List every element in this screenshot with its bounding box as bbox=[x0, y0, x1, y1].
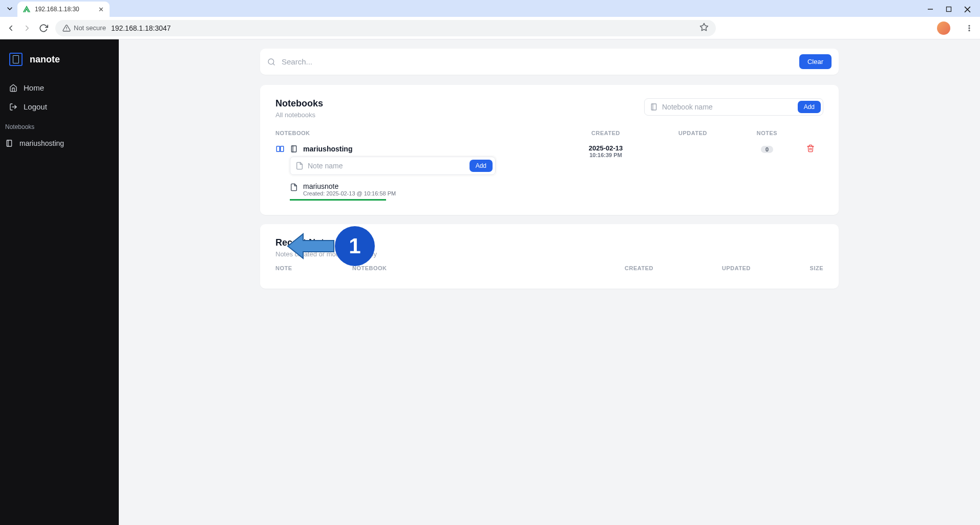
svg-rect-19 bbox=[291, 146, 296, 152]
home-icon bbox=[9, 84, 17, 92]
col-notes: NOTES bbox=[736, 130, 798, 136]
nav-home[interactable]: Home bbox=[0, 78, 119, 97]
tab-dropdown-icon[interactable] bbox=[5, 4, 14, 13]
notebook-icon bbox=[5, 139, 13, 147]
nav-home-label: Home bbox=[24, 83, 44, 92]
col-created: CREATED bbox=[588, 265, 690, 271]
rename-icon[interactable] bbox=[275, 144, 285, 154]
svg-marker-6 bbox=[700, 24, 708, 31]
svg-point-7 bbox=[969, 25, 970, 26]
svg-rect-17 bbox=[276, 146, 280, 152]
note-meta: Created: 2025-02-13 @ 10:16:58 PM bbox=[303, 190, 396, 196]
created-date: 2025-02-13 bbox=[562, 144, 649, 152]
window-controls bbox=[927, 6, 980, 17]
browser-toolbar: Not secure 192.168.1.18:3047 bbox=[0, 17, 980, 39]
note-item[interactable]: mariusnote Created: 2025-02-13 @ 10:16:5… bbox=[290, 182, 562, 196]
search-input[interactable] bbox=[282, 57, 793, 66]
sidebar-notebook-item[interactable]: mariushosting bbox=[0, 135, 119, 152]
user-avatar[interactable] bbox=[937, 21, 950, 35]
search-clear-button[interactable]: Clear bbox=[799, 54, 832, 69]
not-secure-badge: Not secure bbox=[62, 24, 106, 32]
notebook-icon bbox=[290, 145, 298, 153]
window-close-icon[interactable] bbox=[964, 6, 971, 13]
add-note-input[interactable] bbox=[308, 162, 465, 170]
nav-logout-label: Logout bbox=[24, 102, 47, 111]
col-updated: UPDATED bbox=[649, 130, 736, 136]
note-name: mariusnote bbox=[303, 182, 396, 190]
col-notebook: NOTEBOOK bbox=[275, 130, 562, 136]
search-card: Clear bbox=[260, 49, 839, 75]
notebook-icon bbox=[650, 103, 658, 111]
add-notebook-button[interactable]: Add bbox=[798, 101, 821, 113]
col-size: SIZE bbox=[782, 265, 823, 271]
app-root: nanote Home Logout Notebooks mariushosti… bbox=[0, 39, 980, 525]
notebook-created: 2025-02-13 10:16:39 PM bbox=[562, 144, 649, 158]
browser-reload-icon[interactable] bbox=[39, 24, 48, 33]
notebook-row: mariushosting Add mariusnote Created: 20… bbox=[275, 141, 823, 200]
recent-notes-panel: Recent Notes Notes created or modified r… bbox=[260, 224, 839, 289]
browser-back-icon[interactable] bbox=[6, 24, 15, 33]
svg-rect-15 bbox=[651, 104, 656, 110]
svg-line-14 bbox=[273, 63, 274, 65]
svg-rect-18 bbox=[281, 146, 284, 152]
svg-point-9 bbox=[969, 30, 970, 31]
tab-favicon-icon bbox=[23, 5, 31, 13]
col-updated: UPDATED bbox=[690, 265, 782, 271]
browser-titlebar: 192.168.1.18:30 ✕ bbox=[0, 0, 980, 17]
notes-count-badge: 0 bbox=[761, 146, 773, 153]
add-note-form: Add bbox=[290, 157, 496, 175]
not-secure-label: Not secure bbox=[74, 24, 106, 32]
notebooks-panel: Notebooks All notebooks Add NOTEBOOK CRE… bbox=[260, 85, 839, 215]
url-text: 192.168.1.18:3047 bbox=[111, 24, 171, 32]
recent-subtitle: Notes created or modified recently bbox=[275, 250, 823, 258]
search-icon bbox=[267, 58, 275, 66]
brand[interactable]: nanote bbox=[0, 53, 119, 78]
sidebar: nanote Home Logout Notebooks mariushosti… bbox=[0, 39, 119, 525]
svg-point-8 bbox=[969, 28, 970, 29]
created-time: 10:16:39 PM bbox=[562, 152, 649, 158]
svg-rect-11 bbox=[7, 140, 11, 146]
col-created: CREATED bbox=[562, 130, 649, 136]
notebooks-table-head: NOTEBOOK CREATED UPDATED NOTES bbox=[275, 130, 823, 141]
main-content: Clear Notebooks All notebooks Add bbox=[119, 39, 980, 525]
sidebar-section-notebooks: Notebooks bbox=[0, 116, 119, 135]
notebook-notes-count-cell: 0 bbox=[736, 144, 798, 154]
annotation-underline bbox=[290, 199, 386, 201]
window-maximize-icon[interactable] bbox=[945, 6, 952, 13]
add-notebook-form: Add bbox=[644, 98, 823, 116]
brand-logo-icon bbox=[9, 53, 23, 66]
tab-title: 192.168.1.18:30 bbox=[35, 6, 93, 13]
warning-icon bbox=[62, 24, 71, 32]
delete-notebook-button[interactable] bbox=[798, 144, 823, 155]
recent-title: Recent Notes bbox=[275, 237, 823, 248]
browser-forward-icon[interactable] bbox=[23, 24, 32, 33]
add-note-button[interactable]: Add bbox=[470, 160, 493, 172]
nav-logout[interactable]: Logout bbox=[0, 97, 119, 116]
recent-table-head: NOTE NOTEBOOK CREATED UPDATED SIZE bbox=[275, 258, 823, 273]
svg-rect-1 bbox=[947, 7, 951, 12]
file-icon bbox=[290, 183, 298, 191]
notebooks-title: Notebooks bbox=[275, 98, 323, 109]
brand-name: nanote bbox=[30, 54, 60, 65]
url-bar[interactable]: Not secure 192.168.1.18:3047 bbox=[55, 20, 716, 36]
notebooks-subtitle: All notebooks bbox=[275, 111, 323, 119]
bookmark-star-icon[interactable] bbox=[699, 23, 709, 33]
col-note: NOTE bbox=[275, 265, 352, 271]
sidebar-notebook-label: mariushosting bbox=[19, 139, 64, 147]
window-minimize-icon[interactable] bbox=[927, 6, 934, 13]
browser-tab[interactable]: 192.168.1.18:30 ✕ bbox=[17, 2, 110, 17]
logout-icon bbox=[9, 103, 17, 111]
col-notebook: NOTEBOOK bbox=[352, 265, 588, 271]
add-notebook-input[interactable] bbox=[662, 103, 794, 111]
tab-close-icon[interactable]: ✕ bbox=[97, 6, 104, 13]
trash-icon bbox=[806, 144, 815, 152]
file-icon bbox=[295, 162, 304, 170]
notebook-name[interactable]: mariushosting bbox=[303, 145, 352, 153]
browser-menu-icon[interactable] bbox=[965, 24, 974, 33]
